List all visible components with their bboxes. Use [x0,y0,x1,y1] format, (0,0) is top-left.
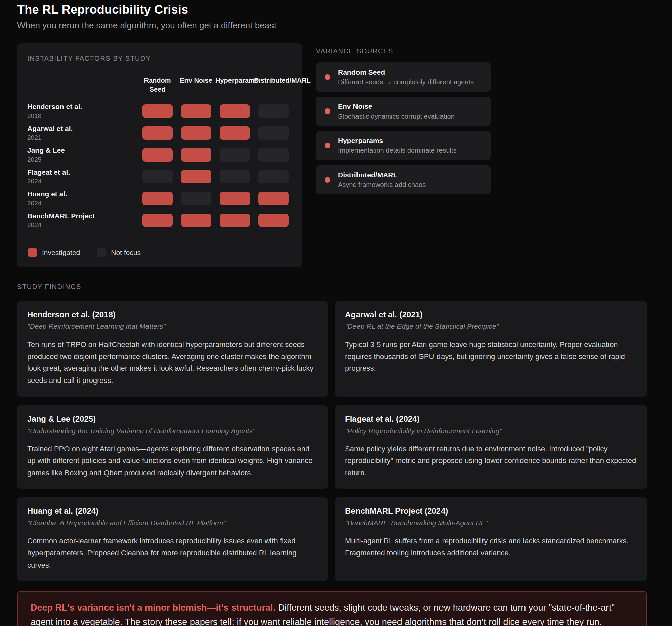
matrix-cell-slot [254,214,293,227]
matrix-cell-slot [254,192,293,205]
study-year: 2024 [27,178,138,185]
page: The RL Reproducibility Crisis When you r… [17,0,647,626]
matrix-column-header: Env Noise [177,76,215,85]
matrix-cell-slot [177,126,215,140]
variance-source-text: Random Seed Different seeds → completely… [338,68,474,86]
variance-source-title: Random Seed [338,68,474,76]
finding-body: Multi-agent RL suffers from a reproducib… [345,535,637,559]
variance-source-text: Env Noise Stochastic dynamics corrupt ev… [338,102,455,120]
variance-sources-heading: VARIANCE SOURCES [316,47,490,55]
finding-paper-quote: "Deep Reinforcement Learning that Matter… [27,322,318,330]
matrix-cell-slot [138,214,177,227]
finding-card: Agarwal et al. (2021) "Deep RL at the Ed… [335,301,647,397]
instability-matrix-panel: INSTABILITY FACTORS BY STUDY Random Seed… [17,43,302,267]
finding-paper-quote: "BenchMARL: Benchmarking Multi-Agent RL" [345,519,637,527]
matrix-cell-investigated [258,192,289,205]
variance-source-desc: Different seeds → completely different a… [338,78,474,86]
matrix-cell-not-focus [258,148,289,161]
matrix-row: Jang & Lee 2025 [27,146,293,163]
legend-label: Not focus [111,249,141,256]
matrix-row: Huang et al. 2024 [27,190,293,207]
bullet-dot-icon [325,177,330,183]
study-name: Jang & Lee [27,146,138,154]
conclusion-callout: Deep RL's variance isn't a minor blemish… [17,591,647,626]
finding-title: Henderson et al. (2018) [27,310,318,319]
legend-item-investigated: Investigated [28,248,80,257]
legend-swatch-investigated [28,248,37,257]
finding-paper-quote: "Cleanba: A Reproducible and Efficient D… [27,519,318,527]
matrix-cell-investigated [181,104,211,118]
study-year: 2025 [27,156,138,163]
matrix-column-header: Random Seed [138,76,177,94]
study-name: Flageat et al. [27,168,138,176]
matrix-cell-slot [215,192,254,205]
matrix-cell-investigated [181,214,211,227]
legend-item-not-focus: Not focus [97,248,141,257]
matrix-cell-slot [138,192,177,205]
matrix-cell-investigated [220,104,250,118]
matrix-cell-investigated [142,192,173,205]
callout-lead: Deep RL's variance isn't a minor blemish… [30,602,275,612]
matrix-cell-investigated [142,148,173,161]
variance-source-desc: Async frameworks add chaos [338,181,426,189]
variance-source-desc: Stochastic dynamics corrupt evaluation [338,112,455,120]
study-findings-heading: STUDY FINDINGS [17,283,647,291]
finding-card: Henderson et al. (2018) "Deep Reinforcem… [17,301,328,397]
finding-body: Common actor-learner framework introduce… [27,535,318,571]
variance-source-desc: Implementation details dominate results [338,147,456,154]
finding-body: Trained PPO on eight Atari games—agents … [27,443,318,479]
variance-source-text: Distributed/MARL Async frameworks add ch… [338,171,426,189]
finding-body: Typical 3-5 runs per Atari game leave hu… [345,339,637,374]
matrix-separator [28,239,293,239]
matrix-cell-not-focus [142,170,173,183]
matrix-cell-not-focus [258,126,289,140]
study-findings-grid: Henderson et al. (2018) "Deep Reinforcem… [17,301,647,581]
matrix-cell-not-focus [220,170,250,183]
matrix-cell-slot [177,148,215,161]
matrix-cell-not-focus [258,170,289,183]
variance-source-title: Distributed/MARL [338,171,426,179]
matrix-cell-slot [215,214,254,227]
matrix-cell-investigated [258,214,289,227]
matrix-cell-investigated [220,192,250,205]
matrix-rows: Henderson et al. 2018 Agarwal et al. 202… [27,103,293,229]
finding-title: BenchMARL Project (2024) [345,506,637,516]
matrix-cell-investigated [181,170,211,183]
study-name: BenchMARL Project [27,212,138,220]
variance-source-text: Hyperparams Implementation details domin… [338,137,456,154]
matrix-column-header: Distributed/MARL [254,76,293,85]
matrix-row-label: Huang et al. 2024 [27,190,138,207]
matrix-cell-slot [177,192,215,205]
study-name: Huang et al. [27,190,138,198]
matrix-cell-slot [138,170,177,183]
matrix-cell-slot [254,148,293,161]
matrix-row-label: Agarwal et al. 2021 [27,125,138,142]
study-year: 2021 [27,134,138,142]
variance-source-card: Env Noise Stochastic dynamics corrupt ev… [316,97,490,126]
matrix-row-label: Henderson et al. 2018 [27,103,138,120]
bullet-dot-icon [325,143,330,148]
finding-card: Jang & Lee (2025) "Understanding the Tra… [17,405,328,489]
finding-card: BenchMARL Project (2024) "BenchMARL: Ben… [335,497,647,581]
matrix-cell-investigated [142,104,173,118]
matrix-cell-investigated [181,126,211,140]
variance-source-card: Random Seed Different seeds → completely… [316,62,490,92]
variance-source-card: Distributed/MARL Async frameworks add ch… [316,165,490,195]
variance-source-title: Env Noise [338,102,455,110]
bullet-dot-icon [325,108,330,114]
finding-title: Huang et al. (2024) [27,506,318,516]
matrix-row: Flageat et al. 2024 [27,168,293,185]
matrix-cell-investigated [181,148,211,161]
study-year: 2018 [27,112,138,120]
matrix-row-label: Jang & Lee 2025 [27,146,138,163]
top-row: INSTABILITY FACTORS BY STUDY Random Seed… [17,43,647,267]
matrix-cell-slot [215,126,254,140]
finding-title: Flageat et al. (2024) [345,415,637,424]
matrix-row: Agarwal et al. 2021 [27,125,293,142]
bullet-dot-icon [325,74,330,80]
finding-title: Jang & Lee (2025) [27,415,318,424]
matrix-cell-slot [138,126,177,140]
matrix-row-label: BenchMARL Project 2024 [27,212,138,229]
matrix-cell-not-focus [181,192,211,205]
study-year: 2024 [27,221,138,229]
